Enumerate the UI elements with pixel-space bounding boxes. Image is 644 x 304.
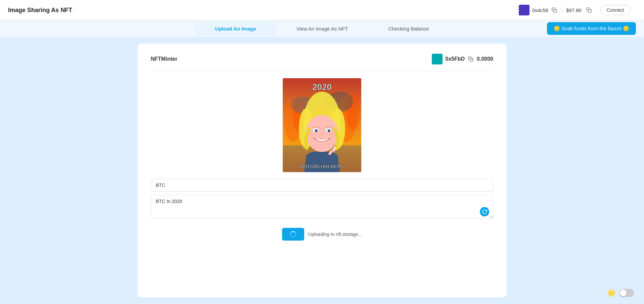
theme-toggle[interactable] bbox=[619, 289, 634, 297]
nft-description-input[interactable]: BTC In 2020 bbox=[151, 195, 493, 218]
nft-card: NFTMinter 0x5FbD 0.0000 bbox=[137, 44, 507, 297]
svg-rect-34 bbox=[334, 145, 335, 146]
connect-button[interactable]: Connect bbox=[600, 5, 631, 15]
main-content: NFTMinter 0x5FbD 0.0000 bbox=[0, 37, 644, 304]
wallet-balance: $97.80 bbox=[566, 7, 582, 13]
refresh-icon[interactable] bbox=[480, 207, 489, 216]
wallet-address: 0x4c58 bbox=[532, 7, 548, 13]
upload-button[interactable] bbox=[282, 228, 304, 241]
card-header: NFTMinter 0x5FbD 0.0000 bbox=[151, 54, 493, 71]
header-divider bbox=[562, 6, 562, 14]
footer: 🌟 bbox=[607, 289, 634, 297]
contract-balance: 0.0000 bbox=[477, 56, 493, 62]
tab-balance[interactable]: Checking Balance bbox=[368, 22, 449, 36]
upload-status: Uploading to nft.storage... bbox=[308, 232, 362, 237]
wallet-info: 0x4c58 $97.80 Connect bbox=[519, 5, 631, 15]
contract-avatar bbox=[432, 54, 443, 64]
card-title: NFTMinter bbox=[151, 56, 177, 62]
copy-contract-icon[interactable] bbox=[467, 56, 474, 62]
meme-image: 2020 BITCOIN HOLDERS bbox=[283, 78, 361, 172]
nft-name-input[interactable] bbox=[151, 179, 493, 192]
nav-bar: Upload An Image View An Image As NFT Che… bbox=[0, 20, 644, 37]
copy-address-icon[interactable] bbox=[551, 7, 558, 13]
tab-upload[interactable]: Upload An Image bbox=[195, 22, 276, 36]
toggle-knob bbox=[620, 290, 627, 296]
svg-rect-0 bbox=[554, 9, 557, 12]
svg-rect-1 bbox=[588, 9, 591, 12]
svg-rect-2 bbox=[470, 58, 473, 61]
upload-area: Uploading to nft.storage... bbox=[151, 228, 493, 241]
image-container: 2020 BITCOIN HOLDERS bbox=[151, 78, 493, 172]
contract-info: 0x5FbD 0.0000 bbox=[432, 54, 493, 64]
svg-point-30 bbox=[328, 130, 330, 132]
app-header: Image Sharing As NFT 0x4c58 $97.80 Conne… bbox=[0, 0, 644, 20]
tab-view[interactable]: View An Image As NFT bbox=[276, 22, 368, 36]
svg-text:BITCOIN HOLDERS: BITCOIN HOLDERS bbox=[300, 164, 344, 169]
upload-spinner bbox=[290, 231, 296, 237]
contract-address: 0x5FbD bbox=[445, 56, 465, 62]
svg-text:2020: 2020 bbox=[312, 82, 332, 92]
wallet-avatar bbox=[519, 5, 530, 15]
svg-point-29 bbox=[315, 130, 317, 132]
sun-icon: 🌟 bbox=[607, 289, 616, 297]
description-wrapper: BTC In 2020 bbox=[151, 195, 493, 223]
faucet-button[interactable]: 🪙 Grab funds from the faucet 🪙 bbox=[547, 22, 636, 35]
copy-balance-icon[interactable] bbox=[586, 7, 592, 13]
app-title: Image Sharing As NFT bbox=[8, 7, 72, 14]
